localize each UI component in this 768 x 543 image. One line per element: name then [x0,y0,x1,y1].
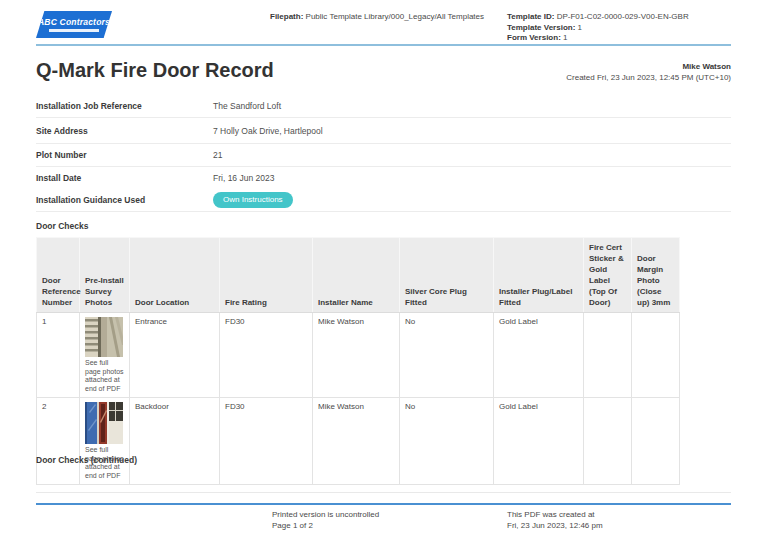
author-block: Mike Watson Created Fri, 23 Jun 2023, 12… [566,62,731,83]
field-label: Installation Job Reference [36,101,213,111]
fire-rating-cell: FD30 [220,398,313,485]
col-door-margin-photo: Door Margin Photo (Close up) 3mm [632,238,680,313]
field-row-site-address: Site Address 7 Holly Oak Drive, Hartlepo… [36,118,731,144]
field-label: Plot Number [36,150,213,160]
door-ref-cell: 2 [37,398,80,485]
field-label: Install Date [36,173,213,183]
field-value: 7 Holly Oak Drive, Hartlepool [213,126,323,136]
field-row-installation-guidance: Installation Guidance Used Own Instructi… [36,188,731,212]
header-divider [36,44,731,46]
filepath: Filepath: Public Template Library/000_Le… [270,12,495,22]
footer-divider [36,503,731,505]
silver-core-plug-cell: No [400,398,494,485]
company-logo-text: ABC Contractors [38,17,110,27]
page-title: Q-Mark Fire Door Record [36,59,274,82]
template-meta: Template ID: DP-F01-C02-0000-029-V00-EN-… [507,12,689,44]
form-version-row: Form Version: 1 [507,33,689,44]
door-margin-photo-cell [632,313,680,398]
filepath-value: Public Template Library/000_Legacy/All T… [303,12,484,21]
template-version-label: Template Version: [507,23,575,32]
door-checks-table: Door Reference Number Pre-Install Survey… [36,237,680,485]
door-margin-photo-cell [632,398,680,485]
created-at-value: Fri, 23 Jun 2023, 12:46 pm [507,520,603,531]
template-version-value: 1 [575,23,582,32]
form-fields: Installation Job Reference The Sandford … [36,95,731,212]
template-id-row: Template ID: DP-F01-C02-0000-029-V00-EN-… [507,12,689,23]
author-name: Mike Watson [566,62,731,73]
created-timestamp: Created Fri, 23 Jun 2023, 12:45 PM (UTC+… [566,73,731,84]
col-installer-plug-label-fitted: Installer Plug/Label Fitted [494,238,584,313]
table-row: 2 [37,398,680,485]
pre-install-photo-1[interactable] [85,317,123,357]
created-at-label: This PDF was created at [507,509,603,520]
filepath-label: Filepath: [270,12,303,21]
table-row: 1 [37,313,680,398]
installer-name-cell: Mike Watson [313,398,400,485]
company-logo: ABC Contractors [36,11,112,38]
plug-label-fitted-cell: Gold Label [494,313,584,398]
fire-rating-cell: FD30 [220,313,313,398]
field-value: Fri, 16 Jun 2023 [213,173,274,183]
field-value: The Sandford Loft [213,101,281,111]
col-door-location: Door Location [130,238,220,313]
field-value: 21 [213,150,222,160]
form-version-value: 1 [561,33,568,42]
door-checks-continued-heading: Door Checks (continued) [36,455,137,465]
door-location-cell: Entrance [130,313,220,398]
table-header-row: Door Reference Number Pre-Install Survey… [37,238,680,313]
fire-cert-sticker-cell [584,313,632,398]
field-label: Installation Guidance Used [36,195,213,205]
field-row-install-date: Install Date Fri, 16 Jun 2023 [36,167,731,188]
silver-core-plug-cell: No [400,313,494,398]
pre-install-photo-2[interactable] [85,402,123,444]
template-id-label: Template ID: [507,12,554,21]
pdf-page: ABC Contractors Filepath: Public Templat… [0,0,768,543]
survey-photo-cell: See full page photos attached at end of … [80,313,130,398]
door-location-cell: Backdoor [130,398,220,485]
col-fire-rating: Fire Rating [220,238,313,313]
installer-name-cell: Mike Watson [313,313,400,398]
page-indicator: Page 1 of 2 [272,520,379,531]
col-door-reference-number: Door Reference Number [37,238,80,313]
own-instructions-button[interactable]: Own Instructions [213,192,293,208]
template-id-value: DP-F01-C02-0000-029-V00-EN-GBR [554,12,688,21]
photo-caption: See full page photos attached at end of … [85,359,124,393]
door-ref-cell: 1 [37,313,80,398]
field-row-plot-number: Plot Number 21 [36,144,731,167]
form-version-label: Form Version: [507,33,561,42]
company-logo-tagline-strip [49,29,99,32]
col-installer-name: Installer Name [313,238,400,313]
fire-cert-sticker-cell [584,398,632,485]
door-checks-heading: Door Checks [36,221,88,231]
col-fire-cert-sticker: Fire Cert Sticker & Gold Label (Top Of D… [584,238,632,313]
field-label: Site Address [36,126,213,136]
plug-label-fitted-cell: Gold Label [494,398,584,485]
survey-photo-cell: See full page photos attached at end of … [80,398,130,485]
template-version-row: Template Version: 1 [507,23,689,34]
footer-print-block: Printed version is uncontrolled Page 1 o… [272,509,379,531]
printed-note: Printed version is uncontrolled [272,509,379,520]
field-row-installation-job-reference: Installation Job Reference The Sandford … [36,95,731,118]
col-pre-install-survey-photos: Pre-Install Survey Photos [80,238,130,313]
footer-faint-divider [36,492,731,493]
footer-created-block: This PDF was created at Fri, 23 Jun 2023… [507,509,603,531]
col-silver-core-plug-fitted: Silver Core Plug Fitted [400,238,494,313]
